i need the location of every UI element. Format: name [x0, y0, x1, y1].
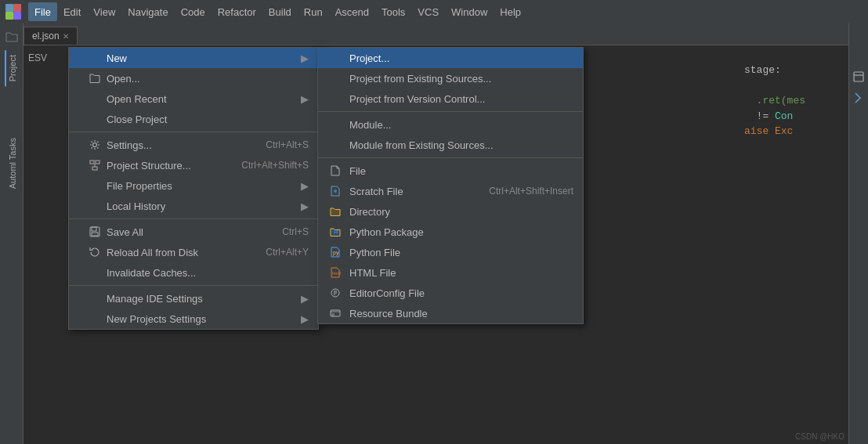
- directory-icon: [327, 206, 343, 217]
- project-structure-icon: [88, 160, 102, 171]
- left-sidebar: Project Automl Tasks: [0, 23, 24, 444]
- file-menu-file-properties[interactable]: File Properties ▶: [69, 175, 318, 196]
- menu-navigate[interactable]: Navigate: [121, 2, 174, 21]
- new-project-vcs[interactable]: Project from Version Control...: [318, 88, 583, 109]
- new-file[interactable]: File: [318, 161, 583, 181]
- menu-ascend[interactable]: Ascend: [329, 2, 375, 21]
- new-module-existing[interactable]: Module from Existing Sources...: [318, 135, 583, 155]
- code-line-2: [744, 78, 805, 94]
- new-projects-arrow-icon: ▶: [301, 313, 309, 325]
- html-file-icon: html: [327, 267, 343, 278]
- main-area: Project Automl Tasks el.json ✕ stage: .r…: [0, 23, 868, 444]
- code-line-3: .ret(mes: [744, 93, 805, 109]
- watermark: CSDN @HKO: [795, 432, 844, 441]
- svg-rect-1: [13, 4, 21, 12]
- file-menu-new-projects[interactable]: New Projects Settings ▶: [69, 309, 318, 329]
- file-icon: [327, 165, 343, 176]
- file-menu-reload[interactable]: Reload All from Disk Ctrl+Alt+Y: [69, 242, 318, 262]
- tab-bar: el.json ✕: [24, 23, 848, 45]
- svg-text:H: H: [334, 229, 338, 235]
- local-history-arrow-icon: ▶: [301, 200, 309, 212]
- right-sidebar-icon2[interactable]: [852, 92, 865, 106]
- new-python-package[interactable]: H Python Package: [318, 222, 583, 242]
- file-menu-save-all[interactable]: Save All Ctrl+S: [69, 222, 318, 242]
- new-html-file[interactable]: html HTML File: [318, 262, 583, 283]
- menu-window[interactable]: Window: [445, 2, 494, 21]
- sidebar-tab-automl[interactable]: Automl Tasks: [5, 133, 19, 193]
- settings-icon: [88, 139, 102, 150]
- menu-view[interactable]: View: [87, 2, 121, 21]
- file-menu-open[interactable]: Open...: [69, 68, 318, 88]
- manage-ide-arrow-icon: ▶: [301, 293, 309, 305]
- svg-point-12: [334, 190, 337, 193]
- new-scratch-file[interactable]: Scratch File Ctrl+Alt+Shift+Insert: [318, 181, 583, 201]
- new-module[interactable]: Module...: [318, 114, 583, 135]
- new-separator-1: [318, 111, 583, 112]
- menu-vcs[interactable]: VCS: [411, 2, 445, 21]
- right-sidebar-icon1[interactable]: [852, 70, 865, 85]
- svg-rect-3: [13, 12, 21, 20]
- file-menu-open-recent[interactable]: Open Recent ▶: [69, 88, 318, 109]
- menu-refactor[interactable]: Refactor: [212, 2, 262, 21]
- svg-rect-2: [5, 12, 13, 20]
- code-background: stage: .ret(mes != Con aise Exc: [744, 63, 805, 139]
- code-line-1: stage:: [744, 63, 805, 78]
- new-project-existing[interactable]: Project from Existing Sources...: [318, 68, 583, 88]
- code-line-4: != Con: [744, 109, 805, 125]
- sidebar-tab-project[interactable]: Project: [5, 50, 19, 86]
- scratch-file-icon: [327, 186, 343, 197]
- separator-2: [69, 218, 318, 219]
- open-recent-arrow-icon: ▶: [301, 93, 309, 105]
- settings-shortcut: Ctrl+Alt+S: [250, 139, 309, 150]
- svg-rect-5: [90, 161, 94, 164]
- new-project[interactable]: Project...: [318, 48, 583, 68]
- resource-bundle-icon: [327, 308, 343, 319]
- file-menu-manage-ide[interactable]: Manage IDE Settings ▶: [69, 288, 318, 309]
- separator-1: [69, 132, 318, 132]
- new-resource-bundle[interactable]: Resource Bundle: [318, 303, 583, 323]
- file-properties-arrow-icon: ▶: [301, 180, 309, 192]
- svg-text:py: py: [333, 250, 339, 256]
- file-menu-project-structure[interactable]: Project Structure... Ctrl+Alt+Shift+S: [69, 155, 318, 175]
- file-menu-dropdown: New ▶ Open... Open Recent ▶: [68, 47, 319, 330]
- new-python-file[interactable]: py Python File: [318, 242, 583, 262]
- scratch-shortcut: Ctrl+Alt+Shift+Insert: [489, 186, 573, 197]
- svg-point-4: [93, 143, 97, 147]
- save-all-icon: [88, 226, 102, 237]
- save-all-shortcut: Ctrl+S: [266, 226, 309, 237]
- svg-rect-0: [5, 4, 13, 12]
- editorconfig-icon: [327, 287, 343, 298]
- python-package-icon: H: [327, 226, 343, 237]
- app-logo: [3, 2, 24, 22]
- reload-icon: [88, 247, 102, 258]
- menu-help[interactable]: Help: [494, 2, 527, 21]
- file-menu-close-project[interactable]: Close Project: [69, 109, 318, 129]
- code-line-5: aise Exc: [744, 124, 805, 139]
- menu-edit[interactable]: Edit: [57, 2, 87, 21]
- svg-rect-11: [92, 233, 98, 236]
- content-area: el.json ✕ stage: .ret(mes != Con aise Ex…: [24, 23, 868, 444]
- new-editorconfig-file[interactable]: EditorConfig File: [318, 283, 583, 303]
- python-file-icon: py: [327, 247, 343, 258]
- menu-bar: File Edit View Navigate Code Refactor Bu…: [0, 0, 868, 23]
- svg-text:html: html: [332, 271, 341, 276]
- new-directory[interactable]: Directory: [318, 201, 583, 222]
- file-menu-settings[interactable]: Settings... Ctrl+Alt+S: [69, 135, 318, 155]
- sidebar-folder-icon[interactable]: [2, 27, 22, 47]
- menu-file[interactable]: File: [28, 2, 57, 21]
- menu-run[interactable]: Run: [298, 2, 329, 21]
- right-sidebar: [848, 23, 868, 444]
- file-menu-new[interactable]: New ▶: [69, 48, 318, 68]
- svg-rect-6: [96, 161, 99, 164]
- separator-3: [69, 285, 318, 286]
- file-tab-el-json[interactable]: el.json ✕: [24, 27, 78, 45]
- close-tab-icon[interactable]: ✕: [63, 32, 69, 41]
- project-structure-shortcut: Ctrl+Alt+Shift+S: [226, 160, 309, 171]
- file-menu-invalidate[interactable]: Invalidate Caches...: [69, 262, 318, 283]
- menu-build[interactable]: Build: [262, 2, 298, 21]
- new-separator-2: [318, 157, 583, 158]
- file-menu-local-history[interactable]: Local History ▶: [69, 196, 318, 216]
- menu-tools[interactable]: Tools: [375, 2, 411, 21]
- menu-code[interactable]: Code: [175, 2, 212, 21]
- esv-label: ESV: [24, 51, 52, 65]
